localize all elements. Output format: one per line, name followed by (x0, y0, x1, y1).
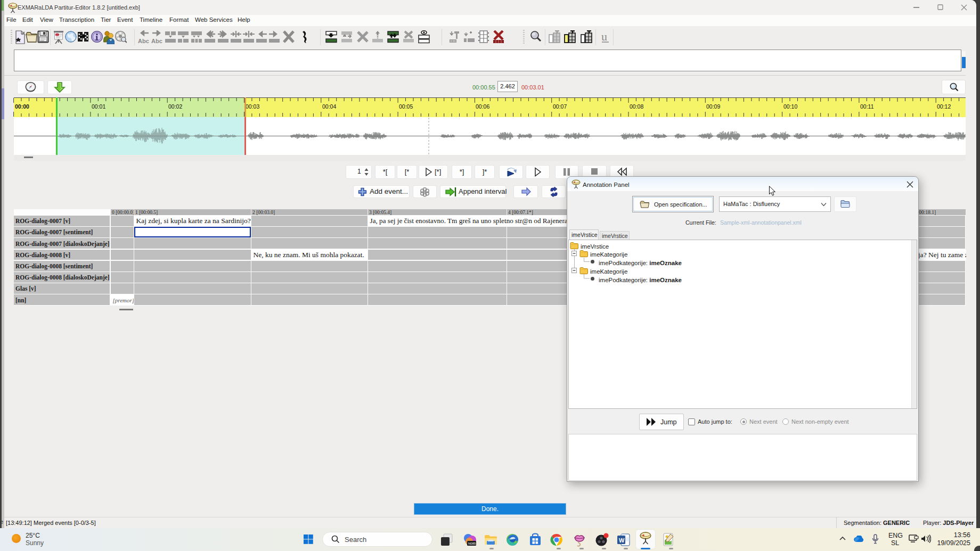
svg-text:N085: N085 (468, 542, 476, 545)
svg-text:Abc: Abc (138, 38, 149, 44)
svg-text:u: u (601, 30, 607, 43)
svg-text:W: W (619, 537, 625, 544)
svg-text:Abc: Abc (151, 38, 162, 44)
